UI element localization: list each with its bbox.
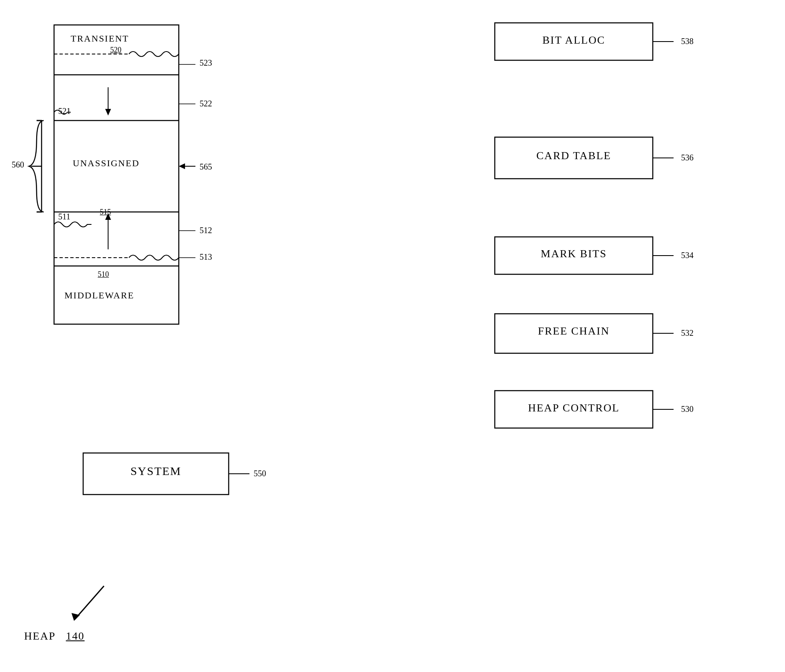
svg-rect-0 (54, 25, 179, 324)
free-chain-label: FREE CHAIN (501, 325, 647, 337)
bit-alloc-label: BIT ALLOC (501, 34, 647, 47)
mark-bits-label: MARK BITS (501, 248, 647, 260)
ref-520: 520 (110, 46, 121, 54)
heap-control-label: HEAP CONTROL (497, 402, 651, 414)
ref-550: 550 (254, 469, 266, 478)
card-table-label: CARD TABLE (501, 150, 647, 162)
ref-532: 532 (681, 328, 694, 338)
ref-538: 538 (681, 37, 694, 46)
heap-label: HEAP 140 (24, 630, 84, 642)
middleware-label: MIDDLEWARE (64, 290, 134, 301)
ref-523: 523 (200, 58, 212, 68)
ref-511: 511 (58, 212, 70, 222)
ref-515: 515 (100, 208, 111, 217)
heap-ref: 140 (66, 630, 84, 642)
ref-536: 536 (681, 153, 694, 162)
unassigned-label: UNASSIGNED (73, 158, 140, 169)
svg-marker-33 (72, 613, 80, 621)
ref-513: 513 (200, 252, 212, 262)
ref-522: 522 (200, 99, 212, 108)
ref-565: 565 (200, 162, 212, 172)
svg-marker-4 (105, 109, 111, 116)
svg-marker-15 (179, 163, 185, 169)
ref-530: 530 (681, 404, 694, 414)
diagram-svg (0, 0, 785, 672)
ref-560: 560 (12, 160, 24, 170)
ref-512: 512 (200, 226, 212, 235)
system-label: SYSTEM (91, 465, 220, 478)
ref-510: 510 (98, 270, 109, 279)
ref-521: 521 (58, 106, 71, 116)
ref-534: 534 (681, 251, 694, 260)
transient-label: TRANSIENT (71, 33, 129, 44)
svg-line-32 (75, 586, 104, 619)
diagram-container: TRANSIENT 520 523 521 522 UNASSIGNED 565… (0, 0, 785, 672)
